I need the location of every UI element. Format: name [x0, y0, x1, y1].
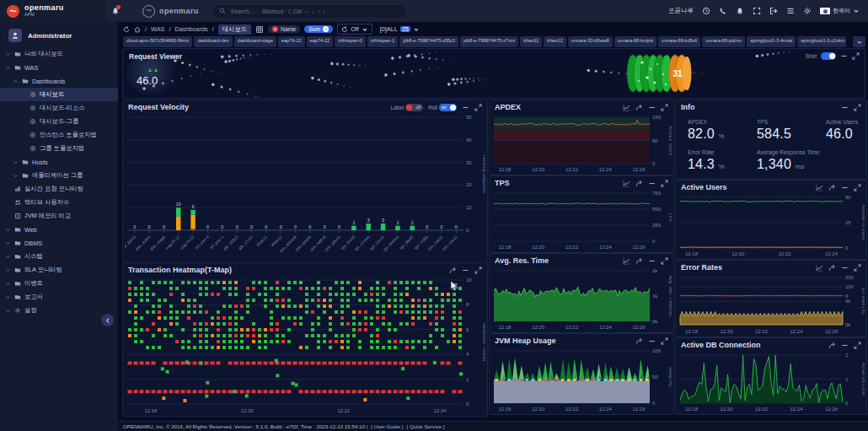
share-icon[interactable]	[635, 257, 643, 265]
clock-icon[interactable]	[702, 7, 710, 15]
sidebar-item-event[interactable]: 이벤트	[0, 277, 118, 290]
search-input[interactable]	[229, 8, 400, 15]
active-users-chart[interactable]: 50250Number of Users12:1812:2012:2212:24	[678, 194, 865, 257]
sidebar-item-dashboard[interactable]: 대시보드	[0, 88, 118, 101]
expand-icon[interactable]	[474, 104, 482, 111]
app-logo[interactable]: 〜 openmaru APM	[0, 0, 106, 22]
instance-tag[interactable]: springboot1-3-4nxwl	[747, 36, 796, 47]
tps-chart[interactable]: 7505002500TPS12:1812:2012:2212:2412:26	[491, 190, 672, 251]
expand-icon[interactable]	[854, 342, 861, 349]
tmap-chart[interactable]: 1086420Response Time(s)12:1812:2012:2212…	[125, 277, 485, 414]
sidebar-item-settings[interactable]: 설정	[0, 304, 118, 317]
sidebar-item-instance-topology[interactable]: 인스턴스 토폴로지맵	[0, 128, 118, 142]
sidebar-item-dashboard-group[interactable]: 대시보드-그룹	[0, 115, 118, 128]
label-toggle[interactable]: off	[405, 104, 423, 111]
instance-tag[interactable]: onnara-68-pdcnn	[702, 36, 745, 47]
avg-res-time-chart[interactable]: 2k1k0kAvg. Res. Time(ms)12:1812:2012:221…	[491, 267, 672, 331]
logout-icon[interactable]	[769, 7, 778, 15]
minimize-icon[interactable]	[841, 184, 849, 191]
instance-tag[interactable]: onnara-68-bmjnk	[614, 36, 656, 47]
grid-view-icon[interactable]	[255, 25, 264, 34]
expand-icon[interactable]	[661, 337, 668, 345]
line-chart-icon[interactable]	[816, 184, 823, 191]
sidebar-item-active-users[interactable]: 액티브 사용자수	[0, 196, 118, 209]
line-chart-icon[interactable]	[816, 264, 823, 272]
share-icon[interactable]	[449, 267, 457, 274]
instance-tag[interactable]: infinispan-0	[335, 36, 365, 47]
minimize-icon[interactable]	[841, 342, 849, 349]
share-icon[interactable]	[635, 337, 643, 345]
request-velocity-chart[interactable]: 50403020100Pending Requests0clo..84rzz0d…	[125, 114, 485, 261]
share-icon[interactable]	[828, 342, 836, 349]
sidebar-item-hosts[interactable]: Hosts	[0, 155, 118, 169]
sidebar-item-dbms[interactable]: DBMS	[0, 236, 118, 250]
line-chart-icon[interactable]	[623, 180, 630, 187]
minimize-icon[interactable]	[462, 104, 469, 111]
user-guide-link[interactable]: [ User Guide ]	[371, 423, 403, 429]
user-profile[interactable]: Administrator	[0, 22, 118, 47]
expand-icon[interactable]	[854, 184, 861, 191]
minimize-icon[interactable]	[648, 104, 656, 111]
expand-icon[interactable]	[474, 267, 482, 274]
share-icon[interactable]	[828, 184, 836, 191]
sidebar-item-group-topology[interactable]: 그룹 토폴로지맵	[0, 142, 118, 155]
bell-icon[interactable]	[736, 7, 744, 15]
global-search[interactable]	[214, 5, 405, 18]
active-db-chart[interactable]: 210Active DB Conn12:1812:2012:2212:2412:…	[678, 352, 865, 412]
instance-tag[interactable]: eap74-12	[278, 36, 305, 47]
quick-service-link[interactable]: [ Quick Service ]	[406, 423, 444, 429]
name-filter-chip[interactable]: Name	[268, 25, 300, 33]
instance-tag[interactable]: onnara-33-b5ww8	[568, 36, 613, 47]
minimize-icon[interactable]	[841, 264, 849, 272]
breadcrumb-current[interactable]: 대시보드	[218, 24, 251, 35]
share-icon[interactable]	[828, 264, 836, 272]
sidebar-item-application-group[interactable]: 애플리케이션 그룹	[0, 169, 118, 182]
instance-cylinder[interactable]: 31	[625, 52, 694, 98]
expand-icon[interactable]	[854, 264, 861, 272]
remove-icon[interactable]	[272, 26, 278, 32]
instance-tag[interactable]: khan12	[544, 36, 565, 47]
line-chart-icon[interactable]	[623, 257, 630, 265]
sidebar-item-my-dashboard[interactable]: 나의 대시보드	[0, 47, 118, 61]
panel-request-viewer[interactable]: Request Viewer 46.0 31 Shot	[122, 48, 865, 99]
tag-overflow-dropdown[interactable]	[853, 36, 865, 47]
sidebar-item-was[interactable]: WAS	[0, 61, 118, 74]
instance-tag[interactable]: jdk8-e-799874475-z7xzz	[460, 36, 518, 47]
jvm-heap-chart[interactable]: 100500Heap (%)12:1812:2012:2212:2412:26	[491, 347, 672, 412]
share-icon[interactable]	[635, 104, 643, 111]
error-rates-chart[interactable]: 20010004k0k12:1812:2012:2212:2412:26Err …	[678, 274, 865, 335]
instance-count-selector[interactable]: [0]ALL 25	[377, 24, 423, 34]
instance-tag[interactable]: khan11	[520, 36, 542, 47]
minimize-icon[interactable]	[648, 337, 656, 345]
minimize-icon[interactable]	[648, 180, 656, 187]
instance-tag[interactable]: eap74-22	[307, 36, 334, 47]
share-icon[interactable]	[635, 180, 643, 187]
instance-tag[interactable]: dashboard-dev	[194, 36, 232, 47]
sidebar-item-report[interactable]: 보고서	[0, 290, 118, 304]
sidebar-collapse-button[interactable]	[101, 314, 114, 326]
menu-icon[interactable]	[786, 7, 795, 15]
roll-toggle[interactable]: on	[439, 104, 457, 111]
home-icon[interactable]	[134, 26, 141, 33]
phone-icon[interactable]	[719, 7, 727, 15]
language-selector[interactable]: 한국어	[820, 7, 860, 15]
sidebar-item-realtime-request[interactable]: 실시간 요청 모니터링	[0, 182, 118, 196]
expand-icon[interactable]	[852, 52, 860, 60]
expand-icon[interactable]	[854, 104, 861, 111]
line-chart-icon[interactable]	[623, 104, 630, 111]
sidebar-item-dashboards[interactable]: Dashboards	[0, 74, 118, 88]
minimize-icon[interactable]	[840, 52, 848, 60]
instance-tag[interactable]: dashboard-stage	[234, 36, 276, 47]
shot-toggle[interactable]	[821, 52, 836, 60]
sidebar-item-web[interactable]: Web	[0, 223, 118, 236]
auto-refresh-button[interactable]: Off	[337, 24, 372, 35]
sidebar-item-jvm-memory[interactable]: JVM 메모리 비교	[0, 209, 118, 223]
sidebar-item-system[interactable]: 시스템	[0, 250, 118, 263]
apdex-chart[interactable]: 100500APDEX Score12:1812:2012:2212:2412:…	[491, 114, 672, 173]
minimize-icon[interactable]	[462, 267, 469, 274]
instance-tag[interactable]: springboot1-3-c2xkm	[797, 36, 846, 47]
instance-tag[interactable]: infinispan-1	[367, 36, 398, 47]
breadcrumb-was[interactable]: WAS	[151, 25, 164, 33]
username[interactable]: 오픈나루	[668, 7, 694, 15]
expand-icon[interactable]	[661, 104, 668, 111]
